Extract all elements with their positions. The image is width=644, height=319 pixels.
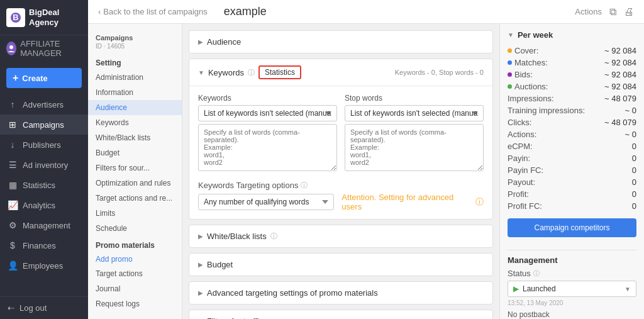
perweek-chevron-icon: ▼ (508, 31, 514, 38)
stat-clicks-value: ~ 48 079 (604, 118, 636, 127)
stopwords-col-label: Stop words (345, 94, 484, 103)
lp-nav-limits[interactable]: Limits (88, 206, 182, 221)
sidebar-item-employees[interactable]: 👤 Employees (0, 255, 88, 276)
lp-nav-journal[interactable]: Journal (88, 281, 182, 296)
targeting-row: Any number of qualifying words Attention… (198, 193, 484, 211)
lp-nav-target-actions[interactable]: Target actions and re... (88, 191, 182, 206)
print-icon[interactable]: 🖨 (624, 6, 634, 18)
targeting-select[interactable]: Any number of qualifying words (198, 194, 334, 210)
lp-nav-target-actions-extra[interactable]: Target actions (88, 266, 182, 281)
stat-matches-label: Matches: (508, 58, 548, 67)
whiteblack-section: ▶ White/Black lists ⓘ (189, 225, 493, 248)
advanced-section: ▶ Advanced targeting settings of promo m… (189, 281, 493, 305)
lp-nav-audience[interactable]: Audience (88, 100, 182, 115)
keywords-columns: Keywords List of keywords isn't selected… (198, 94, 484, 173)
stat-bids-value: ~ 92 084 (604, 70, 636, 79)
sidebar-logo: B BigDeal Agency (0, 0, 88, 35)
svg-text:B: B (13, 13, 18, 22)
lp-nav-information[interactable]: Information (88, 85, 182, 100)
matches-dot (508, 60, 512, 65)
logout-item[interactable]: ⇠ Log out (0, 296, 88, 319)
center-panel: ▶ Audience ▼ Keywords ⓘ Statistics Keywo… (182, 24, 499, 319)
stat-actions-value: ~ 0 (625, 130, 636, 139)
keywords-count-info: Keywords - 0, Stop words - 0 (395, 69, 484, 76)
lp-add-promo-link[interactable]: Add promo (88, 252, 182, 266)
keywords-section-header[interactable]: ▼ Keywords ⓘ Statistics Keywords - 0, St… (189, 59, 492, 86)
stat-cover-value: ~ 92 084 (604, 46, 636, 55)
stat-cover-label: Cover: (508, 46, 538, 55)
sidebar-item-ad-inventory[interactable]: ☰ Ad inventory (0, 155, 88, 175)
lp-nav-schedule[interactable]: Schedule (88, 221, 182, 236)
keywords-col-label: Keywords (198, 94, 337, 103)
stat-ecpm-value: 0 (632, 142, 636, 151)
keywords-chevron-icon: ▼ (198, 69, 204, 76)
stat-profit-label: Profit: (508, 189, 529, 199)
lp-nav-optimization[interactable]: Optimization and rules (88, 176, 182, 191)
create-button[interactable]: + Create (6, 68, 82, 88)
keywords-textarea[interactable] (198, 124, 337, 171)
lp-campaigns-label: Campaigns (88, 30, 182, 43)
actions-label[interactable]: Actions (575, 7, 602, 16)
sidebar-item-publishers[interactable]: ↓ Publishers (0, 135, 88, 155)
sidebar-item-finances[interactable]: $ Finances (0, 235, 88, 255)
stat-payin-fc: Payin FC: 0 (508, 164, 636, 176)
stopwords-textarea[interactable] (345, 124, 484, 171)
sidebar-item-management[interactable]: ⚙ Management (0, 215, 88, 235)
back-button[interactable]: ‹ Back to the list of campaigns (98, 7, 208, 16)
stopwords-select[interactable]: List of keywords isn't selected (manual … (345, 105, 484, 121)
stat-auctions-value: ~ 92 084 (604, 82, 636, 91)
stat-clicks-label: Clicks: (508, 118, 531, 127)
status-label: Status (508, 269, 531, 278)
status-info-icon: ⓘ (533, 269, 540, 278)
no-postback-label: No postback (508, 310, 636, 319)
advanced-header[interactable]: ▶ Advanced targeting settings of promo m… (189, 282, 492, 304)
right-panel: ▼ Per week Cover: ~ 92 084 Matches: ~ 92… (499, 24, 644, 319)
per-week-title: ▼ Per week (508, 30, 636, 40)
whiteblack-title: White/Black lists (207, 232, 267, 241)
stat-training-impressions: Training impressions: ~ 0 (508, 104, 636, 116)
campaign-competitors-button[interactable]: Campaign competitors (508, 218, 636, 237)
sidebar-item-campaigns[interactable]: ⊞ Campaigns (0, 115, 88, 135)
management-title: Management (508, 255, 636, 265)
lp-nav-filters-sources[interactable]: Filters for sour... (88, 160, 182, 176)
lp-nav-administration[interactable]: Administration (88, 70, 182, 85)
attention-link[interactable]: Attention. Setting for advanced users ⓘ (341, 193, 484, 211)
audience-section-header[interactable]: ▶ Audience (189, 31, 492, 53)
status-chevron-icon: ▼ (625, 286, 631, 293)
budget-header[interactable]: ▶ Budget (189, 254, 492, 276)
topbar: ‹ Back to the list of campaigns example … (88, 0, 644, 24)
copy-icon[interactable]: ⧉ (609, 6, 616, 18)
lp-nav-request-logs[interactable]: Request logs (88, 296, 182, 311)
svg-point-2 (9, 45, 13, 49)
targeting-info-icon: ⓘ (301, 181, 308, 190)
whiteblack-chevron-icon: ▶ (198, 233, 203, 240)
budget-title: Budget (207, 260, 233, 269)
keywords-info-icon: ⓘ (248, 68, 255, 77)
stat-ecpm-label: eCPM: (508, 142, 533, 151)
keywords-select[interactable]: List of keywords isn't selected (manual … (198, 105, 337, 121)
sidebar-item-analytics[interactable]: 📈 Analytics (0, 195, 88, 215)
keywords-statistics-button[interactable]: Statistics (258, 65, 301, 79)
stat-impressions: Impressions: ~ 48 079 (508, 92, 636, 104)
main-area: ‹ Back to the list of campaigns example … (88, 0, 644, 319)
keywords-col: Keywords List of keywords isn't selected… (198, 94, 337, 173)
management-icon: ⚙ (8, 220, 18, 230)
content: Campaigns ID · 14605 Setting Administrat… (88, 24, 644, 319)
filters-header[interactable]: ▶ Filters for traffic sources (189, 310, 492, 319)
lp-nav-whiteblack[interactable]: White/Black lists (88, 130, 182, 145)
lp-nav-budget[interactable]: Budget (88, 145, 182, 160)
keywords-section: ▼ Keywords ⓘ Statistics Keywords - 0, St… (189, 59, 493, 220)
sidebar-item-advertisers[interactable]: ↑ Advertisers (0, 94, 88, 115)
lp-setting-title: Setting (88, 53, 182, 70)
back-chevron-icon: ‹ (98, 7, 101, 16)
whiteblack-info-icon: ⓘ (270, 232, 277, 241)
launched-text: Launched (523, 284, 621, 293)
lp-nav-keywords[interactable]: Keywords (88, 115, 182, 130)
stat-clicks: Clicks: ~ 48 079 (508, 116, 636, 128)
stat-payout-value: 0 (632, 177, 636, 187)
targeting-label: Keywords Targeting options ⓘ (198, 181, 484, 190)
sidebar-item-statistics[interactable]: ▦ Statistics (0, 175, 88, 195)
whiteblack-header[interactable]: ▶ White/Black lists ⓘ (189, 225, 492, 247)
stat-bids: Bids: ~ 92 084 (508, 69, 636, 81)
stat-payin-label: Payin: (508, 154, 530, 163)
